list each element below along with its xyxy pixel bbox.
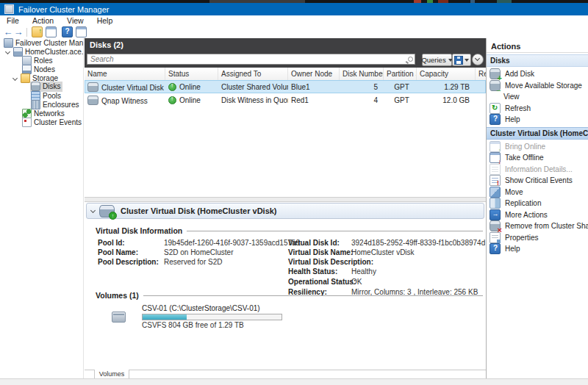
- replication-icon: [490, 198, 501, 209]
- menu-file[interactable]: File: [0, 15, 26, 26]
- virtual-disk-icon: [99, 205, 115, 217]
- tree-item-cluster[interactable]: HomeCluster.ace.local: [0, 47, 83, 56]
- tab-strip-line: [85, 370, 486, 370]
- action-refresh[interactable]: Refresh: [487, 103, 588, 115]
- column-header-status[interactable]: Status: [165, 68, 218, 80]
- details-header[interactable]: Cluster Virtual Disk (HomeCluster vDisk): [86, 203, 484, 219]
- column-header-replication[interactable]: Rep: [476, 68, 486, 80]
- console-icon: [4, 38, 13, 48]
- pools-icon: [31, 91, 40, 101]
- actions-section-disks[interactable]: Disks: [487, 54, 588, 67]
- back-icon[interactable]: ←: [3, 26, 13, 37]
- column-header-partition-style[interactable]: Partition Style: [384, 68, 417, 80]
- forward-icon[interactable]: →: [13, 26, 24, 37]
- disks-list-pane: Disks (2) Queries Name Status Assigned T…: [85, 38, 486, 378]
- field-value: S2D on HomeCluster: [164, 248, 233, 256]
- action-move-available-storage[interactable]: Move Available Storage: [487, 80, 588, 92]
- dropdown-arrow-icon: [465, 59, 469, 62]
- move-storage-icon: [490, 80, 501, 91]
- action-replication[interactable]: Replication: [487, 198, 588, 209]
- action-bring-online[interactable]: Bring Online: [487, 141, 588, 153]
- queries-button[interactable]: Queries: [422, 54, 452, 66]
- details-title: Cluster Virtual Disk (HomeCluster vDisk): [121, 206, 277, 215]
- action-help[interactable]: Help: [487, 114, 588, 126]
- column-header-capacity[interactable]: Capacity: [417, 68, 476, 80]
- console-tree-pane: Failover Cluster Manager HomeCluster.ace…: [0, 38, 84, 378]
- collapse-chevron-icon: [475, 56, 480, 61]
- window-icon[interactable]: [46, 26, 57, 37]
- tree-selection-highlight: Disks: [30, 82, 62, 92]
- queries-label: Queries: [421, 56, 445, 64]
- action-label: Bring Online: [505, 143, 545, 151]
- field-label: Operational Status:: [288, 278, 356, 286]
- toolbar: ← →: [0, 26, 588, 39]
- owner-node: Blue1: [288, 83, 340, 91]
- save-query-button[interactable]: [452, 54, 471, 66]
- collapse-list-button[interactable]: [472, 54, 484, 65]
- status-text: Online: [179, 83, 201, 91]
- action-label: Add Disk: [505, 70, 534, 78]
- tree-item-networks[interactable]: Networks: [0, 109, 83, 118]
- more-actions-icon: [490, 209, 501, 220]
- field-label: Pool Name:: [98, 248, 138, 256]
- tree-item-label: Failover Cluster Manager: [15, 39, 84, 47]
- action-more-actions[interactable]: More Actions: [487, 209, 588, 221]
- action-view[interactable]: View: [487, 91, 588, 103]
- action-label: Show Critical Events: [505, 176, 573, 184]
- action-move[interactable]: Move: [487, 187, 588, 198]
- field-label: Pool Id:: [98, 239, 125, 247]
- field-value: OK: [351, 278, 362, 286]
- field-value: Healthy: [351, 267, 376, 276]
- disk-number: 4: [340, 96, 384, 104]
- field-label: Virtual Disk Name:: [288, 248, 353, 256]
- pane-splitter[interactable]: [85, 197, 486, 202]
- collapse-chevron-icon[interactable]: [90, 207, 96, 212]
- table-row[interactable]: Cluster Virtual Disk (Hom... Online Clus…: [85, 80, 486, 93]
- help-icon[interactable]: [62, 26, 73, 37]
- column-header-name[interactable]: Name: [85, 68, 165, 80]
- toolbar-separator: [26, 28, 27, 37]
- menu-help[interactable]: Help: [90, 15, 120, 26]
- menu-action[interactable]: Action: [26, 15, 60, 26]
- online-status-icon: [168, 83, 176, 91]
- tab-volumes[interactable]: Volumes: [94, 370, 129, 378]
- expander-icon[interactable]: [12, 75, 18, 80]
- tree-item-pools[interactable]: Pools: [0, 91, 83, 100]
- search-icon: [408, 57, 413, 62]
- groupbox-label: Volumes (1): [96, 291, 139, 300]
- expander-icon[interactable]: [5, 48, 10, 54]
- tree-item-root[interactable]: Failover Cluster Manager: [0, 38, 83, 47]
- action-remove-from-csv[interactable]: Remove from Cluster Shared Volume: [487, 220, 588, 232]
- tree-item-nodes[interactable]: Nodes: [0, 65, 83, 73]
- action-information-details[interactable]: Information Details...: [487, 164, 588, 176]
- table-row[interactable]: Qnap Witness Online Disk Witness in Quor…: [85, 93, 486, 107]
- action-label: More Actions: [505, 211, 548, 219]
- console-tree-icon[interactable]: [32, 26, 43, 37]
- menu-view[interactable]: View: [60, 15, 90, 26]
- field-virtual-disk-name: Virtual Disk Name:: [288, 248, 353, 256]
- action-add-disk[interactable]: Add Disk: [487, 68, 588, 80]
- help-icon: [490, 243, 501, 254]
- remove-csv-icon: [490, 220, 501, 231]
- column-header-disk-number[interactable]: Disk Number: [340, 68, 384, 80]
- search-input[interactable]: [87, 54, 415, 65]
- actions-section-cluster-virtual-disk[interactable]: Cluster Virtual Disk (HomeCluster vDisk): [487, 127, 588, 140]
- column-header-assigned-to[interactable]: Assigned To: [218, 68, 288, 80]
- field-pool-name: Pool Name:: [98, 248, 138, 256]
- column-header-owner-node[interactable]: Owner Node: [288, 68, 340, 80]
- action-show-critical-events[interactable]: Show Critical Events: [487, 175, 588, 187]
- title-bar: Failover Cluster Manager: [0, 3, 588, 15]
- refresh-icon: [490, 103, 501, 114]
- action-label: Move: [505, 188, 523, 196]
- tree-item-enclosures[interactable]: Enclosures: [0, 100, 83, 109]
- tree-item-cluster-events[interactable]: Cluster Events: [0, 118, 83, 126]
- tree-item-label: Enclosures: [43, 101, 79, 109]
- window-title: Failover Cluster Manager: [18, 5, 110, 14]
- window-icon[interactable]: [76, 26, 87, 37]
- action-take-offline[interactable]: Take Offline: [487, 152, 588, 164]
- action-label: Information Details...: [505, 165, 573, 173]
- action-properties[interactable]: Properties: [487, 232, 588, 244]
- action-help-2[interactable]: Help: [487, 243, 588, 255]
- tree-item-roles[interactable]: Roles: [0, 56, 83, 65]
- tree-item-disks[interactable]: Disks: [0, 82, 83, 91]
